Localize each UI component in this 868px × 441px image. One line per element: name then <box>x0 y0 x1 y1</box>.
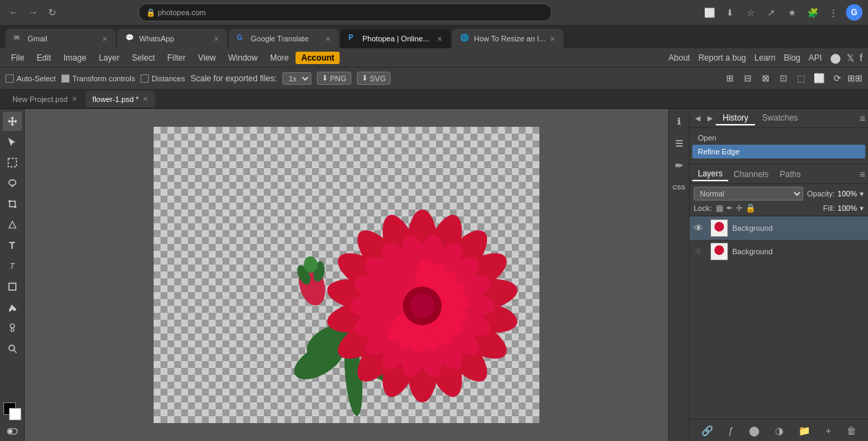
doc-tab-flower-close[interactable]: ✕ <box>143 95 148 103</box>
history-tab[interactable]: History <box>716 112 755 125</box>
tab-translate-close[interactable]: ✕ <box>325 35 331 43</box>
avatar[interactable]: G <box>846 4 862 21</box>
shape-tool-button[interactable] <box>3 277 22 296</box>
menu-about[interactable]: About <box>668 53 690 63</box>
cast-button[interactable]: ⬜ <box>701 4 718 21</box>
layers-menu-button[interactable]: ≡ <box>860 169 865 180</box>
warp-button[interactable]: ⟳ <box>829 71 845 86</box>
tab-photopea-close[interactable]: ✕ <box>437 35 442 43</box>
menu-account[interactable]: Account <box>296 52 340 64</box>
doc-tab-new-project-close[interactable]: ✕ <box>72 95 77 103</box>
share-button[interactable]: ↗ <box>763 4 780 21</box>
scale-select[interactable]: 1x 2x 3x <box>282 72 311 85</box>
menu-select[interactable]: Select <box>126 52 160 64</box>
back-button[interactable]: ← <box>6 4 22 21</box>
refresh-button[interactable]: ↻ <box>44 4 61 21</box>
transform-button[interactable]: ⬜ <box>812 71 827 86</box>
png-export-button[interactable]: ⬇ PNG <box>317 72 351 85</box>
link-layers-button[interactable]: 🔗 <box>701 425 713 436</box>
lasso-tool-button[interactable] <box>3 174 22 193</box>
group-layers-button[interactable]: 📁 <box>798 425 810 436</box>
canvas-area[interactable] <box>25 109 668 441</box>
menu-side-icon[interactable]: ☰ <box>670 134 689 153</box>
menu-view[interactable]: View <box>192 52 221 64</box>
address-bar[interactable]: 🔒 photopea.com <box>138 3 552 21</box>
menu-report-bug[interactable]: Report a bug <box>699 53 746 63</box>
panel-prev-arrow[interactable]: ◀ <box>692 113 703 123</box>
new-layer-button[interactable]: + <box>826 425 831 436</box>
zoom-tool-button[interactable] <box>3 339 22 358</box>
tab-photopea[interactable]: P Photopea | Online... ✕ <box>340 29 451 48</box>
twitter-icon[interactable]: 𝕏 <box>847 52 854 63</box>
align-center-button[interactable]: ⊟ <box>740 71 755 86</box>
fill-dropdown-icon[interactable]: ▾ <box>860 204 864 213</box>
crop-tool-button[interactable] <box>3 194 22 214</box>
tab-gmail[interactable]: ✉ Gmail ✕ <box>6 29 116 48</box>
blend-mode-select[interactable]: Normal Multiply Screen Overlay <box>694 187 803 201</box>
history-open[interactable]: Open <box>692 131 865 145</box>
lock-position-icon[interactable]: ✒ <box>726 203 733 213</box>
menu-more[interactable]: More <box>265 52 294 64</box>
menu-blog[interactable]: Blog <box>784 53 800 63</box>
background-color[interactable] <box>9 408 21 420</box>
profile-button[interactable]: ⋮ <box>825 4 842 21</box>
menu-filter[interactable]: Filter <box>162 52 192 64</box>
tab-translate[interactable]: G Google Translate ✕ <box>229 29 339 48</box>
menu-edit[interactable]: Edit <box>31 52 56 64</box>
pen-side-icon[interactable]: ✏ <box>670 156 689 175</box>
delete-layer-button[interactable]: 🗑 <box>847 425 856 436</box>
bookmark-button[interactable]: ☆ <box>743 4 759 21</box>
type-mask-button[interactable]: T <box>3 256 22 276</box>
opacity-dropdown-icon[interactable]: ▾ <box>860 189 864 198</box>
paths-tab[interactable]: Paths <box>774 168 807 181</box>
css-side-icon[interactable]: CSS <box>670 178 689 197</box>
layer-item-background-2[interactable]: 👁 Background <box>690 240 868 263</box>
tab-gmail-close[interactable]: ✕ <box>102 35 107 43</box>
layer-visibility-eye-2[interactable]: 👁 <box>694 246 706 257</box>
auto-select-checkbox[interactable] <box>6 74 14 83</box>
layers-tab[interactable]: Layers <box>692 167 728 181</box>
menu-layer[interactable]: Layer <box>93 52 125 64</box>
panel-next-arrow[interactable]: ▶ <box>705 113 716 123</box>
text-tool-button[interactable]: T <box>3 236 22 255</box>
lock-move-icon[interactable]: ✛ <box>736 203 743 213</box>
tab-howto-close[interactable]: ✕ <box>550 35 555 43</box>
distances-checkbox[interactable] <box>141 74 149 83</box>
channels-tab[interactable]: Channels <box>728 168 774 181</box>
doc-tab-new-project[interactable]: New Project.psd ✕ <box>6 91 84 107</box>
selection-tool-button[interactable] <box>3 132 22 152</box>
tab-whatsapp-close[interactable]: ✕ <box>214 35 219 43</box>
tab-howto[interactable]: 🌐 How To Resize an I... ✕ <box>452 29 564 48</box>
align-justify-button[interactable]: ⊞⊞ <box>847 71 862 86</box>
effects-button[interactable]: ƒ <box>728 425 734 436</box>
swatches-tab[interactable]: Swatches <box>755 112 805 125</box>
forward-button[interactable]: → <box>25 4 41 21</box>
menu-file[interactable]: File <box>6 52 30 64</box>
menu-api[interactable]: API <box>809 53 822 63</box>
facebook-icon[interactable]: f <box>860 52 862 63</box>
svg-export-button[interactable]: ⬇ SVG <box>357 72 391 85</box>
lock-pixels-icon[interactable]: ▦ <box>716 203 723 213</box>
menu-window[interactable]: Window <box>223 52 263 64</box>
smudge-tool-button[interactable] <box>3 318 22 338</box>
menu-image[interactable]: Image <box>58 52 92 64</box>
info-side-icon[interactable]: ℹ <box>670 112 689 131</box>
pen-tool-button[interactable] <box>3 215 22 234</box>
marquee-tool-button[interactable] <box>3 153 22 172</box>
quick-mask-button[interactable] <box>3 424 22 438</box>
mask-button[interactable]: ⬤ <box>749 425 760 436</box>
history-refine-edge[interactable]: Refine Edge <box>692 145 865 158</box>
download-button[interactable]: ⬇ <box>722 4 738 21</box>
history-menu-button[interactable]: ≡ <box>860 113 865 124</box>
layer-item-background-selected[interactable]: 👁 Background <box>690 216 868 240</box>
transform-controls-checkbox[interactable] <box>61 74 70 83</box>
reddit-icon[interactable]: ⬤ <box>830 52 841 63</box>
tab-whatsapp[interactable]: 💬 WhatsApp ✕ <box>117 29 227 48</box>
align-left-button[interactable]: ⊞ <box>722 71 737 86</box>
adjustment-button[interactable]: ◑ <box>775 425 783 436</box>
menu-learn[interactable]: Learn <box>754 53 776 63</box>
align-right-button[interactable]: ⊠ <box>758 71 773 86</box>
fill-tool-button[interactable] <box>3 298 22 317</box>
lock-all-icon[interactable]: 🔒 <box>745 203 756 213</box>
distribute-button[interactable]: ⊡ <box>776 71 791 86</box>
